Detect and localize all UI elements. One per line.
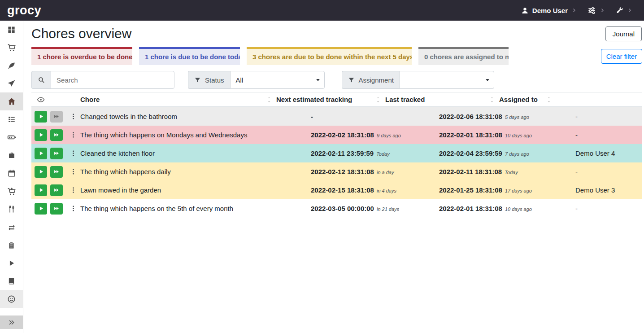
assigned-user: Demo User 3 [575,186,642,194]
assigned-user: - [575,168,642,175]
play-icon [8,259,15,267]
next-tracking-date: 2022-03-05 00:00:00 [311,205,374,212]
row-menu-button[interactable] [68,204,78,213]
sort-icon [489,96,495,103]
last-tracked-date: 2022-02-06 18:31:08 [439,113,502,120]
clear-filter-button[interactable]: Clear filter [601,49,642,64]
next-tracking-date: 2022-02-02 18:31:08 [311,131,374,139]
sidebar-item-shopping-list[interactable] [0,39,23,57]
sidebar-expand-toggle[interactable] [0,315,23,329]
sidebar-item-batteries[interactable] [0,128,23,146]
chore-table-row: The thing which happens on the 5th of ev… [31,199,642,218]
sidebar-item-consume[interactable] [0,200,23,218]
sidebar-item-journal[interactable] [0,272,23,290]
filter-funnel-icon [348,77,355,83]
user-menu[interactable]: Demo User [521,7,577,14]
vertical-ellipsis-icon [70,131,77,139]
chores-table: Chore Next estimated tracking Last track… [31,92,642,218]
fast-forward-icon [53,187,60,193]
next-tracking-timeago: in 21 days [377,206,399,212]
row-menu-button[interactable] [68,130,78,140]
vertical-ellipsis-icon [70,113,77,120]
sidebar-item-transfer[interactable] [0,218,23,236]
wrench-icon [616,7,623,14]
row-menu-button[interactable] [68,112,78,121]
last-tracked-date: 2022-01-25 18:31:08 [439,186,502,194]
skip-next-execution-button[interactable] [50,148,63,159]
assignment-filter-label: Assignment [359,76,394,84]
sidebar-item-purchase[interactable] [0,182,23,200]
cart-plus-icon [7,187,16,196]
sidebar-item-equipment[interactable] [0,146,23,164]
journal-button[interactable]: Journal [605,26,642,41]
column-header-next-tracking[interactable]: Next estimated tracking [276,92,385,106]
fast-forward-icon [53,150,60,156]
chore-name: The thing which happens on the 5th of ev… [80,205,311,212]
due-soon-chores-card[interactable]: 3 chores are due to be done within the n… [247,47,412,65]
sidebar-item-tasks[interactable] [0,110,23,128]
next-estimated-tracking-cell: 2022-02-11 23:59:59Today [311,149,439,157]
last-tracked-date: 2022-02-04 23:59:59 [439,149,502,157]
fast-forward-icon [53,132,60,138]
row-menu-button[interactable] [68,167,78,176]
sidebar-item-recipes[interactable] [0,57,23,74]
last-tracked-cell: 2022-02-11 18:31:08Today [439,168,575,175]
chevron-right-icon [571,8,577,13]
status-filter-select[interactable]: All [230,71,325,89]
assigned-user: Demo User 4 [575,149,642,157]
sidebar-item-stock-overview[interactable] [0,21,23,39]
track-chore-execution-button[interactable] [35,166,47,178]
search-group [31,71,174,89]
skip-next-execution-button[interactable] [50,166,63,178]
skip-next-execution-button[interactable] [50,184,63,196]
assigned-to-me-card[interactable]: 0 chores are assigned to me [418,47,509,65]
row-menu-button[interactable] [68,149,78,158]
column-header-assigned-to[interactable]: Assigned to [499,92,556,106]
chore-name: Lawn mowed in the garden [80,186,311,194]
search-icon-box [31,71,51,89]
sidebar-item-meal-plan[interactable] [0,74,23,92]
overdue-chores-card[interactable]: 1 chore is overdue to be done [31,47,132,65]
last-tracked-timeago: 17 days ago [505,188,532,193]
column-header-chore[interactable]: Chore [80,92,276,106]
track-chore-execution-button[interactable] [35,184,47,196]
sidebar-nav [0,21,23,333]
play-icon [38,169,44,175]
user-menu-label: Demo User [532,7,568,14]
admin-tools-menu[interactable] [616,7,632,14]
sidebar-item-inventory[interactable] [0,236,23,254]
vertical-ellipsis-icon [70,168,77,175]
track-chore-execution-button[interactable] [35,111,47,123]
row-menu-button[interactable] [68,185,78,195]
settings-menu[interactable] [587,6,605,15]
assigned-user: - [575,131,642,139]
column-header-last-tracked[interactable]: Last tracked [385,92,499,106]
track-chore-execution-button[interactable] [35,203,47,215]
sort-icon [546,96,552,103]
calendar-icon [8,169,16,177]
exchange-arrows-icon [8,223,16,231]
feather-icon [7,61,16,70]
brand-logo[interactable]: grocy [7,4,41,17]
chevron-right-icon [627,8,632,13]
search-input[interactable] [51,71,174,89]
assignment-filter-select[interactable] [400,71,494,89]
last-tracked-cell: 2022-02-04 23:59:597 days ago [439,149,575,157]
sidebar-item-calendar[interactable] [0,164,23,182]
chore-name: The thing which happens on Mondays and W… [80,131,311,139]
sidebar-item-stock-entries[interactable] [0,254,23,272]
sidebar-item-chores-overview[interactable] [0,92,23,110]
skip-next-execution-button[interactable] [50,203,63,215]
play-icon [38,132,44,138]
summary-cards-row: 1 chore is overdue to be done 1 chore is… [31,47,642,65]
skip-next-execution-button[interactable] [50,129,63,141]
last-tracked-cell: 2022-02-01 18:31:0810 days ago [439,131,575,139]
sidebar-item-user-settings[interactable] [0,290,23,308]
track-chore-execution-button[interactable] [35,148,47,159]
chore-name: The thing which happens daily [80,168,311,175]
due-today-chores-card[interactable]: 1 chore is due to be done today [139,47,240,65]
sliders-icon [587,6,596,15]
track-chore-execution-button[interactable] [35,129,47,141]
assignment-filter-group: Assignment [342,71,494,89]
main-content: Chores overview Journal 1 chore is overd… [23,21,644,333]
